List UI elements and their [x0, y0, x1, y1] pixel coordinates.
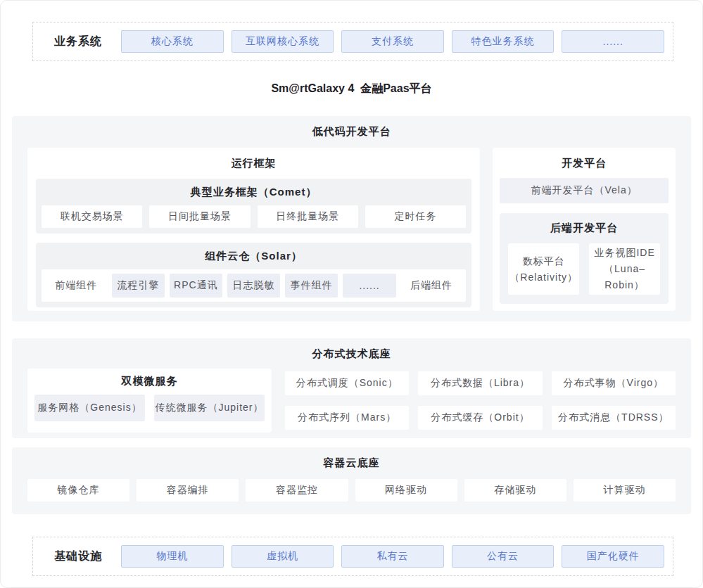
backend-dev-item-luna-robin: 业务视图IDE （Luna–Robin） [589, 243, 660, 295]
infrastructure-item-private-cloud: 私有云 [341, 545, 444, 568]
infrastructure-panel: 基础设施 物理机 虚拟机 私有云 公有云 国产化硬件 [32, 537, 673, 576]
container-item-monitoring: 容器监控 [246, 479, 348, 501]
container-item-compute-driver: 计算驱动 [574, 479, 676, 501]
business-systems-panel: 业务系统 核心系统 互联网核心系统 支付系统 特色业务系统 ...... [32, 22, 673, 61]
comet-item-online-trade: 联机交易场景 [42, 205, 142, 228]
lowcode-platform-title: 低代码开发平台 [27, 125, 676, 139]
infrastructure-item-domestic-hw: 国产化硬件 [562, 545, 664, 568]
container-item-storage-driver: 存储驱动 [464, 479, 566, 501]
solar-item-log-masking: 日志脱敏 [227, 274, 280, 298]
dual-mode-item-jupiter: 传统微服务（Jupiter） [154, 395, 265, 421]
dev-platform-box: 开发平台 前端开发平台（Vela） 后端开发平台 数标平台 （Relativit… [493, 148, 676, 311]
distributed-service-mars: 分布式序列（Mars） [285, 406, 409, 430]
business-system-item-internet-core: 互联网核心系统 [232, 30, 334, 53]
lowcode-platform-panel: 低代码开发平台 运行框架 典型业务框架（Comet） 联机交易场景 日间批量场景… [12, 116, 691, 321]
business-system-item-more: ...... [562, 30, 664, 53]
business-systems-label: 业务系统 [54, 34, 113, 49]
container-item-network-driver: 网络驱动 [355, 479, 457, 501]
backend-dev-item-codename: （Relativity） [509, 269, 578, 286]
backend-dev-item-relativity: 数标平台 （Relativity） [508, 243, 579, 295]
comet-item-scheduled-task: 定时任务 [365, 205, 466, 228]
solar-box: 组件云仓（Solar） 前端组件 流程引擎 RPC通讯 日志脱敏 事件组件 ..… [36, 243, 471, 307]
infrastructure-label: 基础设施 [54, 549, 113, 564]
infrastructure-item-physical: 物理机 [121, 545, 224, 568]
platform-title: Sm@rtGalaxy 4 金融Paas平台 [1, 82, 702, 96]
comet-item-intraday-batch: 日间批量场景 [149, 205, 250, 228]
dual-mode-title: 双模微服务 [34, 375, 265, 388]
distributed-service-orbit: 分布式缓存（Orbit） [418, 406, 542, 430]
solar-item-frontend-components: 前端组件 [46, 274, 107, 298]
business-system-item-core: 核心系统 [121, 30, 224, 53]
dev-platform-title: 开发平台 [498, 157, 670, 170]
comet-title: 典型业务框架（Comet） [42, 184, 466, 205]
distributed-service-libra: 分布式数据（Libra） [418, 371, 542, 395]
solar-item-more: ...... [343, 274, 395, 298]
solar-item-process-engine: 流程引擎 [112, 274, 165, 298]
comet-box: 典型业务框架（Comet） 联机交易场景 日间批量场景 日终批量场景 定时任务 [36, 179, 471, 234]
backend-dev-box: 后端开发平台 数标平台 （Relativity） 业务视图IDE （Luna–R… [500, 213, 669, 304]
backend-dev-item-codename: （Luna–Robin） [589, 261, 660, 293]
architecture-diagram: 业务系统 核心系统 互联网核心系统 支付系统 特色业务系统 ...... Sm@… [0, 0, 703, 588]
distributed-base-panel: 分布式技术底座 双模微服务 服务网格（Genesis） 传统微服务（Jupite… [12, 338, 691, 438]
dual-mode-microservice-box: 双模微服务 服务网格（Genesis） 传统微服务（Jupiter） [27, 369, 272, 433]
distributed-service-tdrss: 分布式消息（TDRSS） [552, 406, 676, 430]
backend-dev-item-label: 业务视图IDE [594, 245, 654, 261]
runtime-framework-title: 运行框架 [36, 157, 471, 170]
container-base-panel: 容器云底座 镜像仓库 容器编排 容器监控 网络驱动 存储驱动 计算驱动 [12, 447, 691, 514]
solar-component-strip: 前端组件 流程引擎 RPC通讯 日志脱敏 事件组件 ...... 后端组件 [42, 269, 466, 302]
infrastructure-item-vm: 虚拟机 [232, 545, 334, 568]
container-item-orchestration: 容器编排 [137, 479, 239, 501]
backend-dev-title: 后端开发平台 [508, 220, 660, 235]
infrastructure-item-public-cloud: 公有云 [452, 545, 555, 568]
distributed-base-title: 分布式技术底座 [27, 347, 676, 361]
solar-item-event-components: 事件组件 [285, 274, 338, 298]
solar-item-rpc: RPC通讯 [170, 274, 222, 298]
distributed-service-sonic: 分布式调度（Sonic） [285, 371, 409, 395]
solar-title: 组件云仓（Solar） [42, 248, 466, 269]
distributed-services-grid: 分布式调度（Sonic） 分布式数据（Libra） 分布式事物（Virgo） 分… [285, 369, 676, 433]
solar-item-backend-components: 后端组件 [401, 274, 462, 298]
container-base-title: 容器云底座 [27, 456, 676, 470]
comet-item-eod-batch: 日终批量场景 [258, 205, 358, 228]
frontend-dev-platform-chip: 前端开发平台（Vela） [500, 178, 669, 203]
business-system-item-special: 特色业务系统 [452, 30, 555, 53]
dual-mode-item-genesis: 服务网格（Genesis） [34, 395, 145, 421]
backend-dev-item-label: 数标平台 [523, 253, 565, 269]
runtime-framework-box: 运行框架 典型业务框架（Comet） 联机交易场景 日间批量场景 日终批量场景 … [27, 148, 480, 311]
container-item-image-repo: 镜像仓库 [27, 479, 129, 501]
business-system-item-payment: 支付系统 [341, 30, 444, 53]
distributed-service-virgo: 分布式事物（Virgo） [552, 371, 676, 395]
